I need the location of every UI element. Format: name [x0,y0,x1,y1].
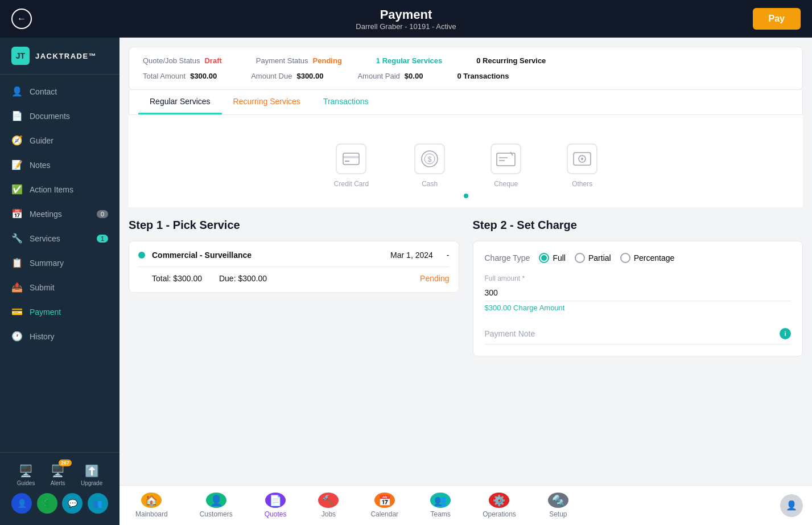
service-name-text: Commercial - Surveillance [152,251,252,260]
operations-icon: ⚙️ [489,493,509,508]
documents-icon: 📄 [11,110,23,121]
bottom-nav-jobs[interactable]: 🔨 Jobs [302,490,355,520]
submit-icon: 📤 [11,282,23,293]
payment-icon: 💳 [11,306,23,317]
group-bottom-icon[interactable]: 👥 [88,493,108,514]
quote-status-label: Quote/Job Status [143,56,200,65]
bottom-nav-setup[interactable]: 🔩 Setup [532,490,584,520]
sidebar-item-guider[interactable]: 🧭 Guider [0,128,119,153]
history-icon: 🕐 [11,331,23,342]
sidebar-bottom: 🖥️ Guides 🖥️ 267 Alerts ⬆️ Upgrade 👤 [0,452,119,525]
sidebar-item-notes[interactable]: 📝 Notes [0,153,119,177]
regular-services-link[interactable]: 1 Regular Services [376,56,442,65]
alerts-shortcut[interactable]: 🖥️ 267 Alerts [51,464,65,486]
tab-transactions[interactable]: Transactions [312,90,380,114]
credit-card-label: Credit Card [334,180,369,188]
setup-label: Setup [549,510,567,518]
cheque-label: Cheque [494,180,518,188]
upgrade-shortcut[interactable]: ⬆️ Upgrade [81,464,102,486]
operations-label: Operations [483,510,516,518]
sidebar-label-summary: Summary [30,259,64,268]
tab-regular-services[interactable]: Regular Services [138,90,222,114]
pay-button[interactable]: Pay [753,8,801,30]
guides-label: Guides [17,480,35,486]
payment-method-credit-card[interactable]: Credit Card [334,143,369,188]
svg-rect-0 [343,153,359,165]
sidebar-item-contact[interactable]: 👤 Contact [0,79,119,104]
bottom-nav-mainboard[interactable]: 🏠 Mainboard [119,490,184,520]
sidebar-item-summary[interactable]: 📋 Summary [0,251,119,275]
payment-method-others[interactable]: Others [567,143,597,188]
full-amount-field: Full amount * $300.00 Charge Amount [485,274,792,312]
radio-full[interactable]: Full [539,253,566,263]
payment-method-cheque[interactable]: Cheque [491,143,521,188]
radio-partial[interactable]: Partial [575,253,611,263]
alerts-badge: 267 [59,460,72,466]
payment-method-cash[interactable]: $ Cash [414,143,445,188]
contact-icon: 👤 [11,86,23,97]
svg-rect-1 [343,156,359,158]
amount-paid-pair: Amount Paid $0.00 [357,72,423,80]
svg-text:$: $ [428,155,432,163]
calendar-icon: 📅 [374,493,395,508]
action-items-icon: ✅ [11,184,23,195]
charge-amount-text: $300.00 Charge Amount [485,303,792,312]
radio-percentage[interactable]: Percentage [620,253,675,263]
user-bottom-icon[interactable]: 👤 [11,493,32,514]
bottom-nav-calendar[interactable]: 📅 Calendar [355,490,414,520]
bottom-nav-operations[interactable]: ⚙️ Operations [467,490,532,520]
quotes-label: Quotes [265,510,287,518]
sidebar-label-guider: Guider [30,136,53,145]
bottom-nav-quotes[interactable]: 📄 Quotes [249,490,303,520]
alerts-icon: 🖥️ 267 [51,464,65,478]
upgrade-icon: ⬆️ [85,464,99,478]
payment-status-pair: Payment Status Pending [256,56,342,65]
sidebar-label-services: Services [30,234,60,243]
cash-label: Cash [422,180,438,188]
info-section: Quote/Job Status Draft Payment Status Pe… [129,47,803,90]
step1-section: Step 1 - Pick Service Commercial - Surve… [129,219,459,356]
quote-status-pair: Quote/Job Status Draft [143,56,222,65]
jobs-label: Jobs [321,510,336,518]
bottom-nav-teams[interactable]: 👥 Teams [414,490,467,520]
service-amounts: Total: $300.00 Due: $300.00 Pending [138,274,450,283]
mainboard-label: Mainboard [135,510,168,518]
svg-rect-2 [345,161,349,162]
back-button[interactable]: ← [11,9,32,29]
service-row[interactable]: Commercial - Surveillance Mar 1, 2024 - [138,251,450,267]
payment-note-info-icon[interactable]: i [780,328,791,339]
main-layout: JT JACKTRADE™ 👤 Contact 📄 Documents 🧭 Gu… [0,38,812,525]
recurring-services-pair: 0 Recurring Service [476,56,546,65]
bottom-nav-customers[interactable]: 👤 Customers [184,490,249,520]
mainboard-icon: 🏠 [141,493,162,508]
recurring-service-value: 0 Recurring Service [476,56,546,65]
others-icon [567,143,597,174]
user-avatar[interactable]: 👤 [780,494,803,517]
sidebar-logo: JT JACKTRADE™ [0,38,119,75]
guides-shortcut[interactable]: 🖥️ Guides [17,464,35,486]
service-dash: - [447,251,450,260]
sidebar-item-action-items[interactable]: ✅ Action Items [0,177,119,202]
full-amount-input[interactable] [485,285,792,301]
step1-title: Step 1 - Pick Service [129,219,459,232]
sidebar-label-documents: Documents [30,112,70,121]
full-amount-label: Full amount * [485,274,792,282]
sidebar-item-submit[interactable]: 📤 Submit [0,275,119,300]
radio-full-circle [539,253,549,263]
customers-icon: 👤 [206,493,226,508]
sidebar-item-meetings[interactable]: 📅 Meetings 0 [0,202,119,226]
dollar-bottom-icon[interactable]: 💲 [37,493,57,514]
svg-point-11 [581,158,583,160]
sidebar-item-history[interactable]: 🕐 History [0,324,119,348]
content-body: Credit Card $ Cash [119,115,812,485]
sidebar-item-payment[interactable]: 💳 Payment [0,300,119,324]
setup-icon: 🔩 [548,493,568,508]
sidebar-item-documents[interactable]: 📄 Documents [0,104,119,128]
alerts-label: Alerts [51,480,65,486]
customers-label: Customers [200,510,233,518]
tab-recurring-services[interactable]: Recurring Services [222,90,312,114]
meetings-icon: 📅 [11,208,23,219]
chat-bottom-icon[interactable]: 💬 [62,493,83,514]
radio-percentage-label: Percentage [634,253,675,262]
sidebar-item-services[interactable]: 🔧 Services 1 [0,226,119,251]
